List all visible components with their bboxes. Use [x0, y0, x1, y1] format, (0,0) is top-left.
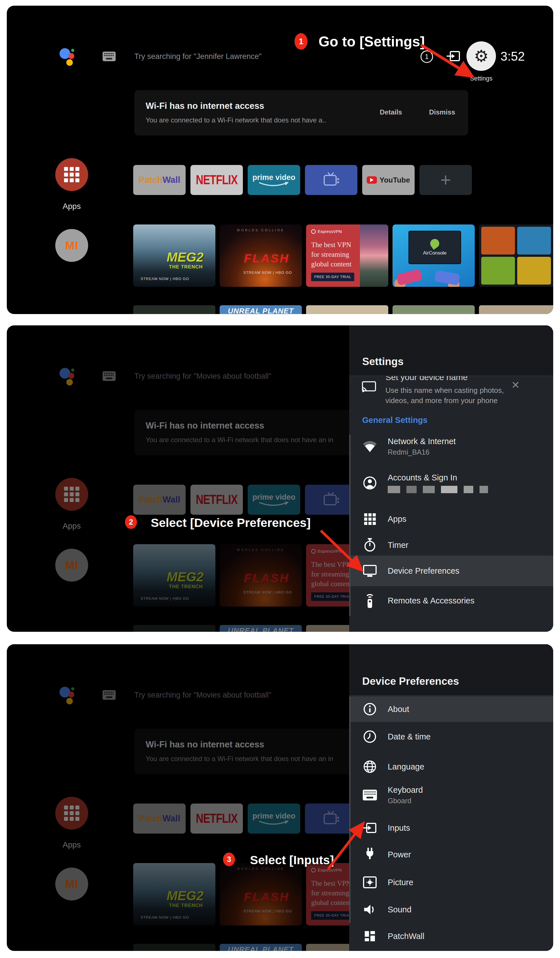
app-tile-netflix[interactable]: NETFLIX: [190, 165, 243, 195]
patchwall-icon: [362, 931, 378, 942]
picture-icon: [362, 876, 378, 888]
wifi-icon: [362, 440, 378, 453]
youtube-logo: YouTube: [379, 176, 410, 184]
apps-grid-icon: [362, 512, 378, 525]
settings-sidebar: Set your device name Use this name when …: [349, 325, 553, 632]
inputs-source-icon[interactable]: [447, 51, 460, 62]
sidebar-title: Device Preferences: [362, 676, 459, 687]
sidebar-item-power[interactable]: Power: [349, 844, 553, 865]
device-name-card-desc1: Use this name when casting photos,: [385, 386, 504, 395]
wifi-subtitle: You are connected to a Wi-Fi network tha…: [146, 116, 326, 124]
step-label-3: Select [Inputs]: [250, 853, 334, 867]
general-settings-section: General Settings: [362, 416, 427, 425]
mi-logo: MI: [65, 239, 78, 252]
sidebar-item-about[interactable]: About: [349, 696, 553, 722]
sidebar-header: Device Preferences: [349, 644, 553, 696]
sidebar-item-apps[interactable]: Apps: [349, 509, 553, 529]
poster-expressvpn-ad[interactable]: ExpressVPN The best VPN for streaming gl…: [306, 224, 388, 287]
next-row-thumbnail[interactable]: [479, 305, 553, 314]
wifi-notification-card: Wi-Fi has no internet access You are con…: [134, 90, 468, 135]
tv-home-screen: Try searching for "Jennifer Lawrence" 1 …: [7, 6, 553, 314]
sidebar-title: Settings: [362, 356, 404, 368]
sidebar-item-picture[interactable]: Picture: [349, 872, 553, 893]
sidebar-item-device-preferences[interactable]: Device Preferences: [349, 555, 553, 586]
sidebar-item-keyboard[interactable]: Keyboard Gboard: [349, 781, 553, 809]
assistant-dot-yellow: [66, 59, 73, 66]
gear-icon: ⚙: [474, 48, 489, 64]
sidebar-item-timer[interactable]: Timer: [349, 535, 553, 555]
assistant-dot-green: [71, 49, 74, 52]
vpn-trial-button[interactable]: FREE 30-DAY TRIAL: [311, 273, 354, 281]
expressvpn-brand: ExpressVPN: [318, 229, 342, 234]
vpn-ad-line2: for streaming: [311, 251, 349, 259]
screenshot-step2-settings: Try searching for "Movies about football…: [7, 325, 553, 632]
screenshot-step1-home: Try searching for "Jennifer Lawrence" 1 …: [7, 6, 553, 314]
sidebar-header: Settings: [349, 325, 553, 376]
timer-icon: [362, 538, 378, 552]
scrollbar[interactable]: [349, 696, 351, 923]
controller-blue: [434, 270, 460, 285]
notification-icon[interactable]: 1: [420, 51, 433, 63]
next-row-thumbnail[interactable]: [306, 305, 388, 314]
sidebar-item-inputs[interactable]: Inputs: [349, 818, 553, 838]
airconsole-tv: AirConsole: [408, 231, 461, 264]
apps-label: Apps: [55, 202, 88, 211]
sidebar-item-accounts-sign-in[interactable]: Accounts & Sign In: [349, 471, 553, 495]
plug-icon: [362, 847, 378, 862]
speaker-icon: [362, 903, 378, 916]
app-tile-add[interactable]: +: [419, 165, 472, 195]
remote-icon: [362, 593, 378, 609]
google-assistant-logo[interactable]: [60, 45, 79, 66]
settings-caption: Settings: [466, 75, 496, 82]
next-row-thumbnail[interactable]: [392, 305, 475, 314]
cast-icon: [362, 381, 376, 393]
poster-meg2[interactable]: MEG2 THE TRENCH STREAM NOW | HBO GO: [133, 224, 216, 287]
sidebar-item-date-time[interactable]: Date & time: [349, 726, 553, 747]
meg2-title: MEG2: [167, 249, 203, 265]
poster-airconsole[interactable]: AirConsole: [392, 224, 475, 287]
keyboard-search-icon[interactable]: [103, 52, 116, 61]
tutorial-image: Try searching for "Jennifer Lawrence" 1 …: [0, 0, 560, 958]
step-badge-2: 2: [125, 515, 137, 529]
search-hint[interactable]: Try searching for "Jennifer Lawrence": [134, 52, 262, 61]
sidebar-item-network-internet[interactable]: Network & Internet Redmi_BA16: [349, 435, 553, 458]
step-badge-3: 3: [223, 853, 235, 866]
app-tile-prime-video[interactable]: prime video: [248, 165, 300, 195]
next-row-thumbnail[interactable]: [133, 305, 216, 314]
vpn-ad-line3: global content: [311, 260, 351, 268]
poster-games-partial[interactable]: [479, 224, 553, 287]
wifi-dismiss-button[interactable]: Dismiss: [429, 108, 455, 116]
flash-title: FLASH: [244, 252, 289, 265]
person-icon: [362, 476, 378, 490]
netflix-logo: NETFLIX: [196, 173, 238, 188]
apps-button[interactable]: [55, 158, 88, 191]
scrollbar[interactable]: [349, 435, 351, 616]
wifi-title: Wi-Fi has no internet access: [146, 101, 264, 111]
vpn-ad-line1: The best VPN: [311, 241, 351, 249]
app-tile-mi-tv[interactable]: [305, 165, 357, 195]
apps-grid-icon: [64, 167, 79, 182]
sidebar-item-language[interactable]: Language: [349, 757, 553, 777]
close-icon[interactable]: ✕: [511, 379, 520, 391]
poster-the-flash[interactable]: WORLDS COLLIDE FLASH STREAM NOW | HBO GO: [220, 224, 302, 287]
expressvpn-logo-icon: [311, 229, 316, 234]
step-badge-1: 1: [295, 33, 308, 49]
wifi-details-button[interactable]: Details: [380, 108, 402, 116]
sidebar-item-remotes-accessories[interactable]: Remotes & Accessories: [349, 588, 553, 613]
next-row-unreal-planet[interactable]: UNREAL PLANET: [220, 305, 302, 314]
settings-gear-button[interactable]: ⚙: [466, 41, 496, 71]
app-tile-youtube[interactable]: YouTube: [362, 165, 415, 195]
assistant-dot-red: [68, 53, 74, 59]
sidebar-item-sound[interactable]: Sound: [349, 899, 553, 920]
inputs-icon: [362, 822, 378, 834]
sidebar-item-patchwall[interactable]: PatchWall: [349, 926, 553, 946]
step-label-2: Select [Device Preferences]: [151, 516, 311, 530]
keyboard-icon: [362, 790, 378, 800]
globe-icon: [362, 760, 378, 774]
redacted-account-email: [388, 486, 488, 493]
app-tile-patchwall[interactable]: PatchWall: [133, 165, 186, 195]
flash-stream-badge: STREAM NOW | HBO GO: [243, 270, 292, 274]
mi-logo-button[interactable]: MI: [55, 229, 88, 262]
patchwall-logo-part2: Wall: [162, 175, 180, 185]
flash-tagline: WORLDS COLLIDE: [220, 228, 302, 232]
